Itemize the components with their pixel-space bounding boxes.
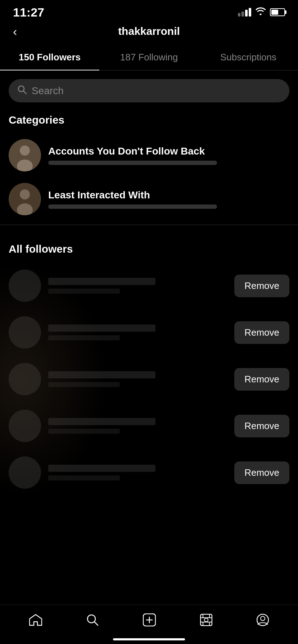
category-name-0: Accounts You Don't Follow Back bbox=[48, 146, 289, 157]
home-indicator bbox=[113, 638, 185, 640]
page-title: thakkarronil bbox=[118, 25, 180, 37]
reels-icon bbox=[200, 614, 212, 628]
home-icon bbox=[29, 614, 42, 628]
category-info-1: Least Interacted With bbox=[48, 189, 289, 209]
category-info-0: Accounts You Don't Follow Back bbox=[48, 146, 289, 165]
category-name-1: Least Interacted With bbox=[48, 189, 289, 201]
search-box[interactable]: Search bbox=[9, 79, 289, 102]
category-avatar-0 bbox=[9, 139, 41, 171]
follower-info-4 bbox=[48, 465, 227, 480]
all-followers-section: All followers Remove Remove bbox=[0, 229, 298, 496]
follower-row-0: Remove bbox=[0, 262, 298, 309]
follower-row-2: Remove bbox=[0, 356, 298, 402]
tab-subscriptions[interactable]: Subscriptions bbox=[199, 45, 298, 70]
nav-add[interactable] bbox=[143, 613, 156, 628]
category-avatar-1 bbox=[9, 183, 41, 215]
tabs-container: 150 Followers 187 Following Subscription… bbox=[0, 45, 298, 70]
svg-line-9 bbox=[94, 622, 98, 625]
follower-row-1: Remove bbox=[0, 309, 298, 356]
search-input[interactable]: Search bbox=[32, 85, 64, 97]
tab-followers[interactable]: 150 Followers bbox=[0, 45, 99, 70]
page-header: ‹ thakkarronil bbox=[0, 22, 298, 45]
follower-row-4: Remove bbox=[0, 449, 298, 496]
all-followers-title: All followers bbox=[0, 237, 298, 262]
remove-button-1[interactable]: Remove bbox=[234, 321, 289, 344]
follower-avatar-0 bbox=[9, 270, 41, 302]
section-divider bbox=[0, 225, 298, 225]
follower-row-3: Remove bbox=[0, 402, 298, 449]
tab-following[interactable]: 187 Following bbox=[99, 45, 199, 70]
follower-avatar-4 bbox=[9, 456, 41, 489]
follower-info-3 bbox=[48, 418, 227, 434]
category-item-1[interactable]: Least Interacted With bbox=[0, 177, 298, 221]
svg-point-22 bbox=[261, 616, 265, 621]
svg-point-3 bbox=[20, 146, 30, 156]
battery-icon bbox=[270, 8, 285, 16]
search-container: Search bbox=[0, 70, 298, 108]
follower-info-0 bbox=[48, 278, 227, 294]
category-sub-0 bbox=[48, 161, 217, 165]
profile-icon bbox=[257, 614, 269, 628]
remove-button-2[interactable]: Remove bbox=[234, 368, 289, 391]
category-sub-1 bbox=[48, 204, 217, 209]
signal-icon bbox=[238, 8, 251, 17]
follower-info-2 bbox=[48, 371, 227, 387]
nav-reels[interactable] bbox=[200, 614, 212, 628]
wifi-icon bbox=[256, 7, 266, 17]
search-icon bbox=[17, 85, 27, 97]
categories-section: Categories Accounts You Don't Follow Bac… bbox=[0, 108, 298, 221]
remove-button-0[interactable]: Remove bbox=[234, 275, 289, 297]
status-icons bbox=[238, 7, 285, 17]
follower-avatar-3 bbox=[9, 410, 41, 442]
svg-point-14 bbox=[204, 618, 208, 622]
remove-button-4[interactable]: Remove bbox=[234, 461, 289, 484]
search-nav-icon bbox=[86, 614, 99, 628]
remove-button-3[interactable]: Remove bbox=[234, 415, 289, 437]
follower-info-1 bbox=[48, 325, 227, 340]
category-item-0[interactable]: Accounts You Don't Follow Back bbox=[0, 133, 298, 177]
svg-line-1 bbox=[23, 91, 26, 94]
svg-point-6 bbox=[20, 189, 30, 199]
categories-title: Categories bbox=[0, 108, 298, 133]
nav-home[interactable] bbox=[29, 614, 42, 628]
follower-avatar-1 bbox=[9, 316, 41, 349]
status-bar: 11:27 bbox=[0, 0, 298, 22]
add-icon bbox=[143, 613, 156, 628]
nav-profile[interactable] bbox=[257, 614, 269, 628]
follower-avatar-2 bbox=[9, 363, 41, 395]
svg-rect-13 bbox=[200, 614, 212, 626]
status-time: 11:27 bbox=[13, 5, 44, 19]
nav-search[interactable] bbox=[86, 614, 99, 628]
back-button[interactable]: ‹ bbox=[13, 24, 17, 38]
followers-list: Remove Remove Remove bbox=[0, 262, 298, 496]
